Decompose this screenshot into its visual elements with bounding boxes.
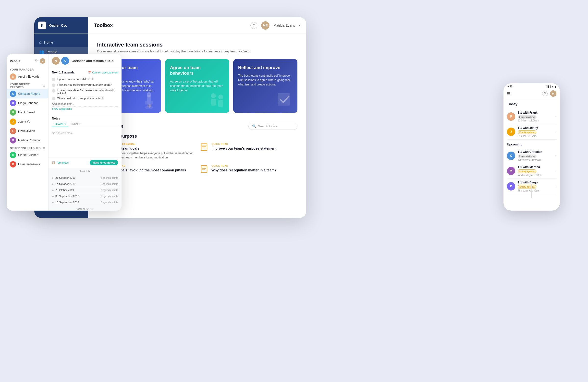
card-team-behaviours[interactable]: Agree on team behaviours Agree on a set … [165, 59, 229, 113]
header-right: ? ME Matilda Evans ▾ [250, 21, 300, 30]
main-header-bar: Toolbox ? ME Matilda Evans ▾ [88, 21, 306, 30]
status-icons: ▐▐▐ ▲ ▮ [546, 85, 556, 88]
chevron-right-jenny: › [555, 130, 556, 133]
section-title: Interactive team sessions [97, 42, 297, 48]
jenny-time: 2:30pm - 3:15pm [518, 135, 553, 137]
section-subtitle: Our essential teamwork sessions are boun… [97, 49, 297, 53]
topic-tag-4: QUICK READ [211, 164, 277, 167]
checkmark-illustration [275, 91, 295, 110]
past-item-left-2: ▶ 14 October 2019 [52, 182, 75, 185]
svg-rect-4 [151, 101, 153, 104]
card-2-title: Agree on team behaviours [170, 65, 224, 76]
person-jenny[interactable]: J Jenny Yu [7, 117, 48, 126]
chevron-right-icon-3: ▶ [52, 189, 54, 191]
person-diego[interactable]: D Diego Bandhan [7, 99, 48, 108]
other-colleagues-label: OTHER COLLEAGUES [10, 147, 41, 150]
card-3-text: The best teams continually self improve.… [238, 74, 293, 87]
past-date-5: 16 September 2019 [55, 201, 79, 204]
topic-desc-1: Creating goals together helps everyone p… [109, 151, 195, 160]
person-martina[interactable]: M Martina Romana [7, 136, 48, 145]
meeting-martina[interactable]: M 1:1 with Martina Empty agenda Wednesda… [507, 163, 556, 179]
notes-section: Notes SHARED PRIVATE No shared notes... [48, 114, 122, 157]
meeting-christian[interactable]: C 1:1 with Christian 5 agenda items Tomo… [507, 148, 556, 163]
connect-calendar-btn[interactable]: 📅 Connect calendar event [88, 71, 118, 74]
name-lizzie: Lizzie Jiyeon [18, 129, 35, 133]
agenda-section: Next 1:1 agenda 📅 Connect calendar event… [48, 68, 122, 114]
topic-title-1: Setting team goals [109, 146, 195, 150]
search-topics-box[interactable]: 🔍 Search topics [249, 123, 297, 130]
meeting-frank[interactable]: F 1:1 with Frank 2 agenda items 11:00am … [507, 109, 556, 124]
chevron-right-icon-4: ▶ [52, 195, 54, 198]
templates-label: Templates [56, 161, 69, 164]
add-agenda-input[interactable] [52, 101, 118, 106]
sidebar-item-people-label: People [46, 50, 57, 54]
templates-button[interactable]: 📋 Templates [52, 161, 69, 164]
notes-tabs: SHARED PRIVATE [52, 122, 118, 127]
past-item-1[interactable]: ▶ 21 October 2019 2 agenda points [52, 175, 118, 181]
notes-title: Notes [52, 117, 118, 120]
svg-rect-7 [150, 104, 151, 107]
phone-header: ☰ ? M [504, 89, 560, 99]
name-clarke: Clarke Gillebert [18, 153, 39, 157]
avatars-group: M C [52, 57, 69, 65]
agenda-title: Next 1:1 agenda [52, 71, 74, 74]
avatar-diego-phone: D [507, 182, 515, 191]
svg-rect-6 [149, 104, 150, 107]
st-main-panel: M C Christian and Matilda's 1:1s Next 1:… [48, 54, 122, 211]
signal-icon: ▐▐▐ [546, 85, 550, 88]
direct-reports-header: YOUR DIRECT REPORTS ⚙ [7, 81, 48, 89]
gear-icon[interactable]: ⚙ [43, 84, 45, 87]
past-item-left-5: ▶ 16 September 2019 [52, 201, 79, 204]
avatar-jenny: J [10, 119, 16, 125]
help-button[interactable]: ? [250, 22, 257, 29]
avatar-clarke: C [10, 152, 16, 158]
tab-shared[interactable]: SHARED [52, 122, 68, 127]
person-frank[interactable]: F Frank Diwedi [7, 108, 48, 117]
meeting-christian-info: 1:1 with Christian 5 agenda items Tomorr… [518, 150, 553, 161]
person-ester[interactable]: E Ester Bednářová [7, 160, 48, 169]
topic-item[interactable]: QUICK READ Why does recognition matter i… [200, 164, 297, 173]
past-item-5[interactable]: ▶ 16 September 2019 8 agenda points [52, 199, 118, 205]
tab-private[interactable]: PRIVATE [68, 122, 84, 127]
meeting-title: Christian and Matilda's 1:1s [72, 59, 113, 63]
today-label: Today [507, 102, 556, 106]
mark-complete-button[interactable]: Mark as complete [90, 160, 118, 165]
svg-rect-9 [211, 99, 216, 105]
show-suggestions-btn[interactable]: Show suggestions [52, 106, 118, 111]
gear-icon-2[interactable]: ⚙ [43, 146, 45, 150]
sidebar-item-home[interactable]: ⌂ Home [34, 38, 88, 47]
person-lizzie[interactable]: L Lizzie Jiyeon [7, 126, 48, 136]
page-title: Toolbox [94, 22, 113, 28]
settings-icon[interactable]: ⚙ [35, 58, 38, 64]
phone-help-icon[interactable]: ? [542, 91, 547, 96]
past-item-left-4: ▶ 30 September 2019 [52, 195, 79, 198]
svg-rect-16 [201, 144, 207, 151]
person-christian[interactable]: C Christian Rogers [7, 89, 48, 99]
card-reflect-improve[interactable]: Reflect and improve The best teams conti… [233, 59, 297, 113]
hamburger-icon[interactable]: ☰ [507, 91, 510, 96]
home-icon: ⌂ [39, 40, 42, 44]
phone-header-right: ? M [542, 90, 556, 97]
chevron-right-christian: › [555, 154, 556, 158]
meeting-jenny-info: 1:1 with Jenny Empty agenda 2:30pm - 3:1… [518, 126, 553, 137]
meeting-jenny[interactable]: J 1:1 with Jenny Empty agenda 2:30pm - 3… [507, 124, 556, 140]
past-date-2: 14 October 2019 [55, 182, 75, 185]
svg-rect-11 [218, 100, 223, 107]
wifi-icon: ▲ [551, 85, 554, 88]
meeting-diego-name: 1:1 with Diego [518, 181, 553, 184]
past-date-3: 7 October 2019 [55, 189, 74, 191]
topic-item[interactable]: QUICK READ Improve your team's purpose s… [200, 143, 297, 160]
bullet-1 [52, 78, 55, 81]
past-item-4[interactable]: ▶ 30 September 2019 8 agenda points [52, 193, 118, 199]
avatar-christian: C [10, 91, 16, 97]
agenda-text-4: What could I do to support you better? [57, 97, 103, 100]
avatar-lizzie: L [10, 128, 16, 134]
user-name: Matilda Evans [273, 23, 295, 27]
avatar-ester: E [10, 161, 16, 167]
past-item-2[interactable]: ▶ 14 October 2019 6 agenda points [52, 181, 118, 187]
person-clarke[interactable]: C Clarke Gillebert [7, 150, 48, 160]
hot-topics-section: Hot topics 🔍 Search topics Goals and pur… [97, 123, 297, 173]
manager-item[interactable]: A Amelia Edwards [7, 72, 48, 81]
jenny-badge: Empty agenda [518, 130, 536, 134]
past-item-3[interactable]: ▶ 7 October 2019 3 agenda points [52, 187, 118, 193]
